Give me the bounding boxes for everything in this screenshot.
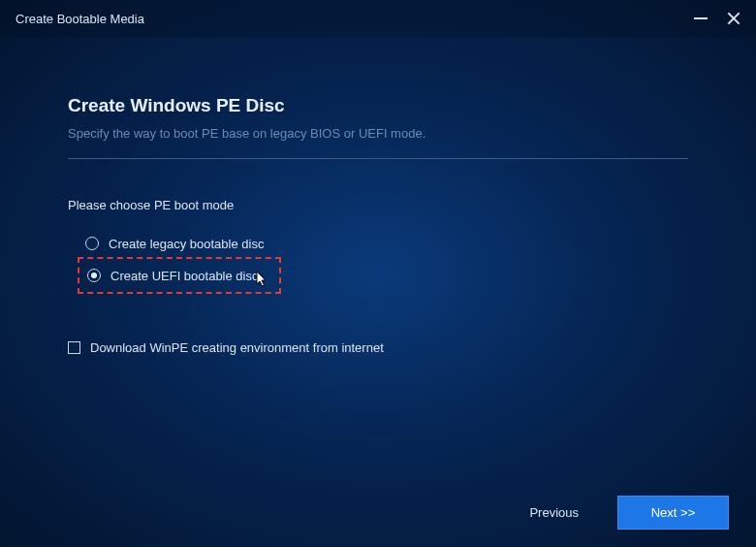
radio-icon-selected bbox=[87, 269, 101, 282]
footer-buttons: Previous Next >> bbox=[518, 496, 729, 530]
minimize-icon[interactable] bbox=[694, 17, 708, 19]
titlebar: Create Bootable Media bbox=[0, 0, 756, 37]
radio-option-uefi[interactable]: Create UEFI bootable disc bbox=[87, 269, 258, 283]
divider bbox=[68, 158, 688, 159]
highlight-annotation: Create UEFI bootable disc bbox=[78, 257, 281, 294]
window-title: Create Bootable Media bbox=[16, 12, 694, 26]
checkbox-label-download: Download WinPE creating environment from… bbox=[90, 340, 384, 355]
radio-option-legacy[interactable]: Create legacy bootable disc bbox=[85, 230, 688, 257]
radio-inner-dot bbox=[91, 273, 97, 278]
checkbox-download-winpe[interactable]: Download WinPE creating environment from… bbox=[68, 340, 688, 355]
next-button[interactable]: Next >> bbox=[617, 496, 729, 530]
radio-icon bbox=[85, 237, 99, 250]
content-area: Create Windows PE Disc Specify the way t… bbox=[0, 37, 756, 355]
close-icon[interactable] bbox=[727, 12, 740, 25]
previous-button[interactable]: Previous bbox=[518, 498, 590, 528]
page-subtitle: Specify the way to boot PE base on legac… bbox=[68, 126, 688, 141]
titlebar-buttons bbox=[694, 12, 740, 25]
checkbox-icon bbox=[68, 341, 80, 354]
radio-label-uefi: Create UEFI bootable disc bbox=[110, 269, 258, 283]
section-label: Please choose PE boot mode bbox=[68, 198, 688, 212]
radio-label-legacy: Create legacy bootable disc bbox=[109, 237, 264, 251]
page-title: Create Windows PE Disc bbox=[68, 95, 688, 116]
radio-group-boot-mode: Create legacy bootable disc Create UEFI … bbox=[85, 230, 688, 294]
